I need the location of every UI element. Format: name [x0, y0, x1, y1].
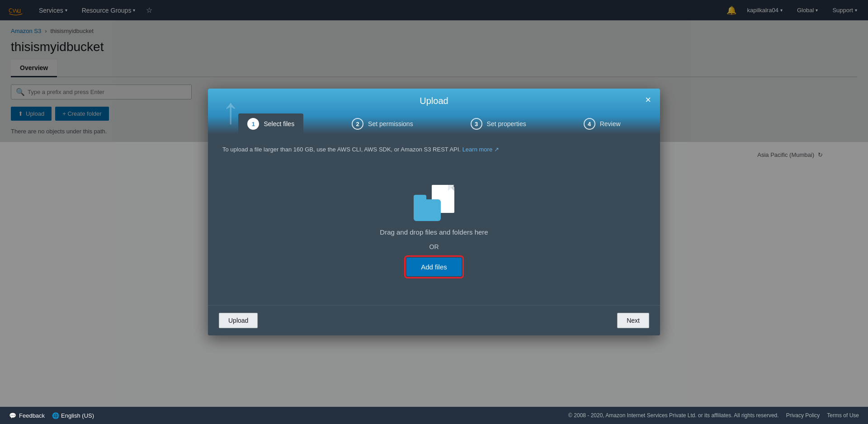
upload-footer-button[interactable]: Upload	[219, 313, 258, 328]
step-1-label: Select files	[264, 120, 294, 127]
step-3-label: Set properties	[487, 120, 526, 127]
svg-text:↑: ↑	[222, 91, 240, 127]
copyright-text: © 2008 - 2020, Amazon Internet Services …	[568, 412, 779, 419]
step-3-circle: 3	[471, 118, 482, 130]
modal-close-button[interactable]: ×	[645, 95, 651, 105]
step-3[interactable]: 3 Set properties	[462, 113, 535, 134]
learn-more-label: Learn more	[462, 146, 492, 153]
info-banner: To upload a file larger than 160 GB, use…	[222, 145, 646, 154]
bottom-bar: 💬 Feedback 🌐 English (US) © 2008 - 2020,…	[0, 407, 868, 424]
modal-title: Upload	[420, 96, 448, 106]
privacy-policy-link[interactable]: Privacy Policy	[786, 412, 820, 419]
or-text: OR	[429, 243, 439, 250]
modal-overlay: ↑ Upload × 1 Select files 2 Set permissi…	[0, 0, 868, 424]
footer-right: © 2008 - 2020, Amazon Internet Services …	[568, 412, 859, 419]
modal-title-row: Upload	[219, 96, 649, 106]
step-4-circle: 4	[584, 118, 595, 130]
modal-footer: Upload Next	[208, 305, 660, 335]
feedback-label: Feedback	[19, 412, 45, 419]
drop-zone-text: Drag and drop files and folders here	[380, 228, 488, 236]
upload-bg-icon: ↑	[217, 91, 253, 129]
file-icon	[414, 185, 454, 221]
modal-body: To upload a file larger than 160 GB, use…	[208, 134, 660, 305]
globe-icon: 🌐	[52, 412, 59, 419]
learn-more-link[interactable]: Learn more ↗	[462, 146, 499, 153]
step-2-label: Set permissions	[368, 120, 413, 127]
modal-header: ↑ Upload × 1 Select files 2 Set permissi…	[208, 89, 660, 134]
language-label: English (US)	[61, 412, 94, 419]
drop-zone[interactable]: Drag and drop files and folders here OR …	[222, 167, 646, 294]
next-button[interactable]: Next	[617, 313, 649, 328]
language-selector[interactable]: 🌐 English (US)	[52, 412, 94, 419]
step-4[interactable]: 4 Review	[575, 113, 630, 134]
terms-of-use-link[interactable]: Terms of Use	[827, 412, 859, 419]
steps-row: 1 Select files 2 Set permissions 3 Set p…	[219, 113, 649, 134]
feedback-chat-icon: 💬	[9, 412, 16, 419]
add-files-button[interactable]: Add files	[406, 258, 462, 276]
step-2[interactable]: 2 Set permissions	[343, 113, 422, 134]
feedback-button[interactable]: 💬 Feedback	[9, 412, 45, 419]
info-text: To upload a file larger than 160 GB, use…	[222, 146, 461, 153]
step-2-circle: 2	[352, 118, 363, 130]
folder-icon	[414, 199, 441, 221]
upload-modal: ↑ Upload × 1 Select files 2 Set permissi…	[208, 89, 660, 335]
step-4-label: Review	[600, 120, 621, 127]
